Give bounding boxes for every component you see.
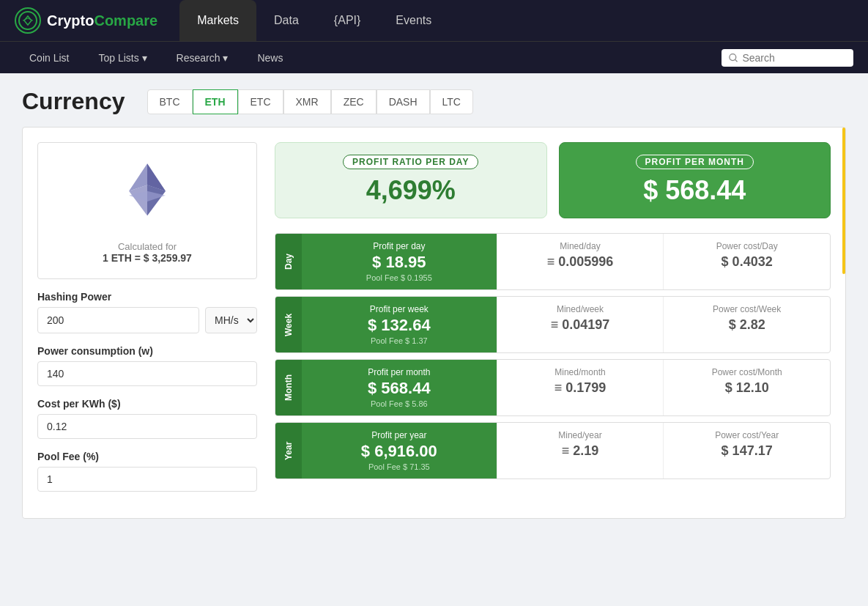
stat-profit-label: Profit per month <box>314 367 485 377</box>
summary-cards: PROFIT RATIO PER DAY 4,699% PROFIT PER M… <box>275 142 831 218</box>
eth-logo-box: Calculated for 1 ETH = $ 3,259.97 <box>37 142 257 279</box>
stat-profit-cell: Profit per week $ 132.64 Pool Fee $ 1.37 <box>302 297 497 352</box>
stat-period-label: Week <box>275 297 302 352</box>
stat-power-cell: Power cost/Day $ 0.4032 <box>663 234 830 289</box>
stat-power-value: $ 0.4032 <box>675 254 818 270</box>
pool-fee-group: Pool Fee (%) <box>37 451 257 492</box>
cost-kwh-input[interactable] <box>37 414 257 439</box>
nav-news[interactable]: News <box>242 42 297 74</box>
stat-mined-label: Mined/week <box>509 304 652 314</box>
stat-rows-container: Day Profit per day $ 18.95 Pool Fee $ 0.… <box>275 233 831 479</box>
logo-icon <box>15 7 41 34</box>
stat-period-label: Day <box>275 234 302 289</box>
stat-power-cell: Power cost/Year $ 147.17 <box>663 423 830 478</box>
currency-tabs: BTC ETH ETC XMR ZEC DASH LTC <box>147 89 473 114</box>
stat-pool-fee: Pool Fee $ 1.37 <box>314 336 485 345</box>
stat-power-value: $ 12.10 <box>675 380 818 396</box>
power-consumption-group: Power consumption (w) <box>37 345 257 386</box>
hashing-power-group: Hashing Power MH/s GH/s TH/s <box>37 291 257 333</box>
stat-mined-label: Mined/day <box>509 241 652 251</box>
calc-value: 1 ETH = $ 3,259.97 <box>53 252 242 264</box>
stat-mined-label: Mined/month <box>509 367 652 377</box>
stat-profit-label: Profit per year <box>314 430 485 440</box>
tab-ltc[interactable]: LTC <box>430 89 473 114</box>
tab-zec[interactable]: ZEC <box>331 89 376 114</box>
nav-item-markets[interactable]: Markets <box>179 0 256 41</box>
stat-power-value: $ 147.17 <box>675 443 818 459</box>
tab-btc[interactable]: BTC <box>147 89 193 114</box>
svg-line-2 <box>735 59 738 62</box>
stat-pool-fee: Pool Fee $ 5.86 <box>314 399 485 408</box>
stat-power-label: Power cost/Day <box>675 241 818 251</box>
hashing-power-row: MH/s GH/s TH/s <box>37 307 257 333</box>
svg-point-1 <box>730 53 736 60</box>
nav-item-events[interactable]: Events <box>378 0 449 41</box>
stat-mined-value: ≡ 0.1799 <box>509 380 652 396</box>
stat-mined-cell: Mined/year ≡ 2.19 <box>497 423 664 478</box>
hashing-unit-select[interactable]: MH/s GH/s TH/s <box>205 307 257 333</box>
stat-power-label: Power cost/Year <box>675 430 818 440</box>
stat-profit-label: Profit per day <box>314 241 485 251</box>
main-content: Currency BTC ETH ETC XMR ZEC DASH LTC <box>0 73 868 533</box>
currency-header: Currency BTC ETH ETC XMR ZEC DASH LTC <box>22 88 846 115</box>
stat-power-label: Power cost/Week <box>675 304 818 314</box>
pool-fee-label: Pool Fee (%) <box>37 451 257 462</box>
nav-items: Markets Data {API} Events <box>179 0 853 41</box>
profit-ratio-card: PROFIT RATIO PER DAY 4,699% <box>275 142 547 218</box>
stat-pool-fee: Pool Fee $ 0.1955 <box>314 273 485 282</box>
logo-text: CryptoCompare <box>47 12 157 29</box>
stat-row: Day Profit per day $ 18.95 Pool Fee $ 0.… <box>275 233 831 290</box>
stat-mined-value: ≡ 0.005996 <box>509 254 652 270</box>
tab-etc[interactable]: ETC <box>238 89 283 114</box>
stat-period-label: Year <box>275 423 302 478</box>
profit-month-label: PROFIT PER MONTH <box>636 155 754 169</box>
eth-logo <box>111 158 184 231</box>
logo[interactable]: CryptoCompare <box>15 7 157 34</box>
power-consumption-input[interactable] <box>37 361 257 386</box>
stat-power-cell: Power cost/Week $ 2.82 <box>663 297 830 352</box>
profit-ratio-value: 4,699% <box>290 175 532 206</box>
top-navigation: CryptoCompare Markets Data {API} Events <box>0 0 868 41</box>
stat-period-label: Month <box>275 360 302 415</box>
cost-kwh-group: Cost per KWh ($) <box>37 398 257 439</box>
profit-month-value: $ 568.44 <box>574 175 816 206</box>
stat-pool-fee: Pool Fee $ 71.35 <box>314 462 485 471</box>
calc-label: Calculated for <box>53 241 242 252</box>
stat-profit-value: $ 18.95 <box>314 253 485 272</box>
stat-row: Year Profit per year $ 6,916.00 Pool Fee… <box>275 422 831 479</box>
stat-mined-cell: Mined/month ≡ 0.1799 <box>497 360 664 415</box>
pool-fee-input[interactable] <box>37 467 257 492</box>
nav-research[interactable]: Research ▾ <box>162 42 243 74</box>
stat-profit-label: Profit per week <box>314 304 485 314</box>
profit-month-card: PROFIT PER MONTH $ 568.44 <box>559 142 831 218</box>
stat-profit-value: $ 568.44 <box>314 379 485 398</box>
stat-power-label: Power cost/Month <box>675 367 818 377</box>
search-input[interactable] <box>742 52 846 64</box>
nav-item-api[interactable]: {API} <box>316 0 378 41</box>
nav-coinlist[interactable]: Coin List <box>15 42 84 74</box>
stat-profit-cell: Profit per year $ 6,916.00 Pool Fee $ 71… <box>302 423 497 478</box>
search-icon <box>729 53 738 63</box>
stat-mined-cell: Mined/day ≡ 0.005996 <box>497 234 664 289</box>
content-area: Calculated for 1 ETH = $ 3,259.97 Hashin… <box>22 127 846 519</box>
tab-dash[interactable]: DASH <box>376 89 430 114</box>
stat-row: Week Profit per week $ 132.64 Pool Fee $… <box>275 296 831 353</box>
right-panel: PROFIT RATIO PER DAY 4,699% PROFIT PER M… <box>275 142 831 503</box>
svg-point-0 <box>19 12 37 29</box>
hashing-power-input[interactable] <box>37 307 199 333</box>
stat-profit-cell: Profit per month $ 568.44 Pool Fee $ 5.8… <box>302 360 497 415</box>
tab-xmr[interactable]: XMR <box>283 89 331 114</box>
stat-mined-value: ≡ 0.04197 <box>509 317 652 333</box>
nav-toplists[interactable]: Top Lists ▾ <box>84 42 161 74</box>
stat-profit-value: $ 6,916.00 <box>314 442 485 461</box>
scroll-hint <box>842 128 845 274</box>
stat-power-cell: Power cost/Month $ 12.10 <box>663 360 830 415</box>
secondary-navigation: Coin List Top Lists ▾ Research ▾ News <box>0 41 868 73</box>
stat-mined-cell: Mined/week ≡ 0.04197 <box>497 297 664 352</box>
nav-item-data[interactable]: Data <box>256 0 316 41</box>
stat-power-value: $ 2.82 <box>675 317 818 333</box>
stat-mined-value: ≡ 2.19 <box>509 443 652 459</box>
search-box[interactable] <box>722 49 853 67</box>
tab-eth[interactable]: ETH <box>193 89 238 114</box>
power-consumption-label: Power consumption (w) <box>37 345 257 357</box>
